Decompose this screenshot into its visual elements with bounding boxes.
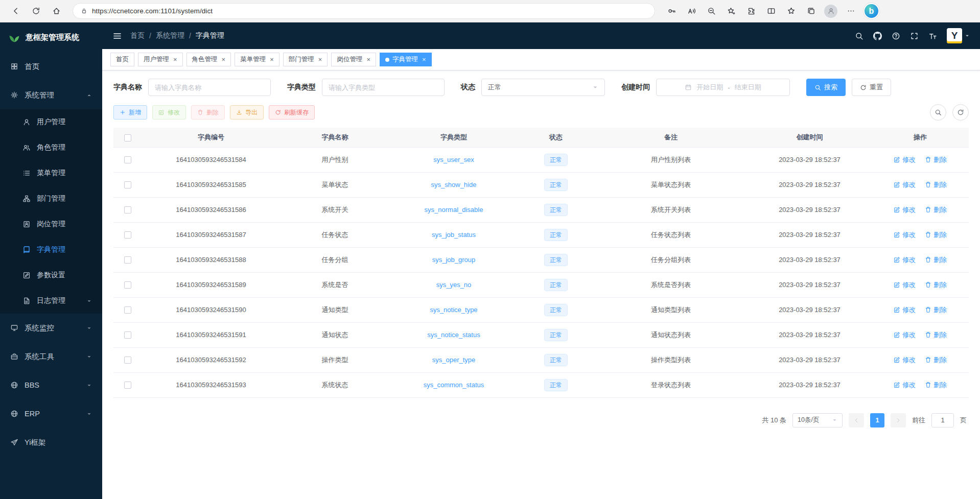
sidebar-item-dict-mgmt[interactable]: 字典管理 <box>0 237 102 263</box>
sidebar-item-user-mgmt[interactable]: 用户管理 <box>0 109 102 135</box>
delete-row-button[interactable]: 删除 <box>925 381 947 390</box>
delete-row-button[interactable]: 删除 <box>925 330 947 340</box>
edit-row-button[interactable]: 修改 <box>894 305 916 315</box>
sidebar-item-menu-mgmt[interactable]: 菜单管理 <box>0 160 102 186</box>
edit-row-button[interactable]: 修改 <box>894 280 916 290</box>
date-range-picker[interactable]: 开始日期 - 结束日期 <box>656 79 790 96</box>
bing-icon[interactable]: b <box>865 4 878 18</box>
delete-row-button[interactable]: 删除 <box>925 180 947 189</box>
tab-dept[interactable]: 部门管理× <box>283 53 328 66</box>
reset-button[interactable]: 重置 <box>852 79 891 96</box>
next-page-button[interactable] <box>891 413 906 427</box>
favorite-add-icon[interactable] <box>722 3 740 19</box>
close-tab-icon[interactable]: × <box>270 56 274 63</box>
read-aloud-icon[interactable] <box>682 3 701 19</box>
more-icon[interactable] <box>842 3 860 19</box>
row-checkbox[interactable] <box>124 306 131 314</box>
search-button[interactable]: 搜索 <box>806 79 846 96</box>
sidebar-toggle-icon[interactable] <box>112 31 122 41</box>
tab-role[interactable]: 角色管理× <box>186 53 231 66</box>
sidebar-item-post-mgmt[interactable]: 岗位管理 <box>0 211 102 237</box>
sidebar-item-bbs[interactable]: BBS <box>0 371 102 399</box>
select-all-checkbox[interactable] <box>124 134 131 141</box>
goto-page-input[interactable] <box>931 413 954 427</box>
edit-row-button[interactable]: 修改 <box>894 205 916 215</box>
edit-row-button[interactable]: 修改 <box>894 255 916 265</box>
edit-button[interactable]: 修改 <box>152 105 186 120</box>
dict-type-link[interactable]: sys_user_sex <box>433 156 474 163</box>
sidebar-item-home[interactable]: 首页 <box>0 52 102 81</box>
edit-row-button[interactable]: 修改 <box>894 180 916 189</box>
delete-button[interactable]: 删除 <box>191 105 225 120</box>
tab-user[interactable]: 用户管理× <box>138 53 183 66</box>
status-select[interactable]: 正常 <box>481 79 605 96</box>
dict-type-link[interactable]: sys_job_group <box>432 256 476 264</box>
sidebar-item-dept-mgmt[interactable]: 部门管理 <box>0 186 102 211</box>
row-checkbox[interactable] <box>124 256 131 264</box>
sidebar-item-system-mgmt[interactable]: 系统管理 <box>0 81 102 109</box>
user-menu[interactable]: Y <box>947 28 970 43</box>
zoom-out-icon[interactable] <box>702 3 720 19</box>
text-size-icon[interactable] <box>928 32 937 40</box>
refresh-icon[interactable] <box>27 3 45 19</box>
profile-avatar[interactable] <box>824 5 837 18</box>
sidebar-item-param-settings[interactable]: 参数设置 <box>0 263 102 288</box>
close-tab-icon[interactable]: × <box>422 56 426 63</box>
sidebar-item-role-mgmt[interactable]: 角色管理 <box>0 135 102 160</box>
favorites-star-icon[interactable] <box>782 3 800 19</box>
row-checkbox[interactable] <box>124 156 131 163</box>
delete-row-button[interactable]: 删除 <box>925 280 947 290</box>
search-icon[interactable] <box>855 32 864 40</box>
dict-type-link[interactable]: sys_oper_type <box>432 356 476 364</box>
split-screen-icon[interactable] <box>762 3 780 19</box>
delete-row-button[interactable]: 删除 <box>925 205 947 215</box>
close-tab-icon[interactable]: × <box>222 56 226 63</box>
dict-type-link[interactable]: sys_notice_status <box>427 331 480 339</box>
tab-home[interactable]: 首页 <box>110 53 134 66</box>
dict-type-link[interactable]: sys_job_status <box>432 231 476 239</box>
page-number-button[interactable]: 1 <box>870 413 884 427</box>
dict-type-link[interactable]: sys_normal_disable <box>425 206 483 213</box>
dict-type-link[interactable]: sys_common_status <box>424 381 484 389</box>
delete-row-button[interactable]: 删除 <box>925 230 947 240</box>
delete-row-button[interactable]: 删除 <box>925 305 947 315</box>
sidebar-item-erp[interactable]: ERP <box>0 399 102 428</box>
tab-dict[interactable]: 字典管理× <box>380 53 432 66</box>
dict-type-link[interactable]: sys_show_hide <box>431 181 477 188</box>
row-checkbox[interactable] <box>124 231 131 239</box>
refresh-cache-button[interactable]: 刷新缓存 <box>269 105 315 120</box>
tab-post[interactable]: 岗位管理× <box>331 53 376 66</box>
edit-row-button[interactable]: 修改 <box>894 230 916 240</box>
edit-row-button[interactable]: 修改 <box>894 355 916 365</box>
edit-row-button[interactable]: 修改 <box>894 330 916 340</box>
tab-menu[interactable]: 菜单管理× <box>235 53 279 66</box>
edit-row-button[interactable]: 修改 <box>894 155 916 164</box>
github-icon[interactable] <box>873 32 882 40</box>
page-size-select[interactable]: 10条/页 <box>792 413 843 427</box>
prev-page-button[interactable] <box>849 413 864 427</box>
app-logo[interactable]: 意框架管理系统 <box>0 22 102 52</box>
delete-row-button[interactable]: 删除 <box>925 355 947 365</box>
sidebar-item-yi-framework[interactable]: Yi框架 <box>0 428 102 457</box>
row-checkbox[interactable] <box>124 281 131 289</box>
toggle-search-button[interactable] <box>930 104 946 121</box>
dict-name-input[interactable] <box>155 84 264 91</box>
collections-icon[interactable] <box>802 3 820 19</box>
delete-row-button[interactable]: 删除 <box>925 255 947 265</box>
row-checkbox[interactable] <box>124 357 131 364</box>
address-bar[interactable]: https://ccnetcore.com:1101/system/dict <box>73 3 655 19</box>
dict-type-input[interactable] <box>329 84 438 91</box>
edit-row-button[interactable]: 修改 <box>894 381 916 390</box>
question-icon[interactable] <box>892 32 900 40</box>
row-checkbox[interactable] <box>124 331 131 339</box>
home-icon[interactable] <box>47 3 65 19</box>
delete-row-button[interactable]: 删除 <box>925 155 947 164</box>
dict-type-link[interactable]: sys_notice_type <box>430 306 477 314</box>
dict-type-link[interactable]: sys_yes_no <box>436 281 472 289</box>
row-checkbox[interactable] <box>124 181 131 188</box>
key-icon[interactable] <box>662 3 681 19</box>
sidebar-item-system-monitor[interactable]: 系统监控 <box>0 314 102 342</box>
fullscreen-icon[interactable] <box>910 32 919 40</box>
refresh-table-button[interactable] <box>952 104 969 121</box>
row-checkbox[interactable] <box>124 382 131 389</box>
